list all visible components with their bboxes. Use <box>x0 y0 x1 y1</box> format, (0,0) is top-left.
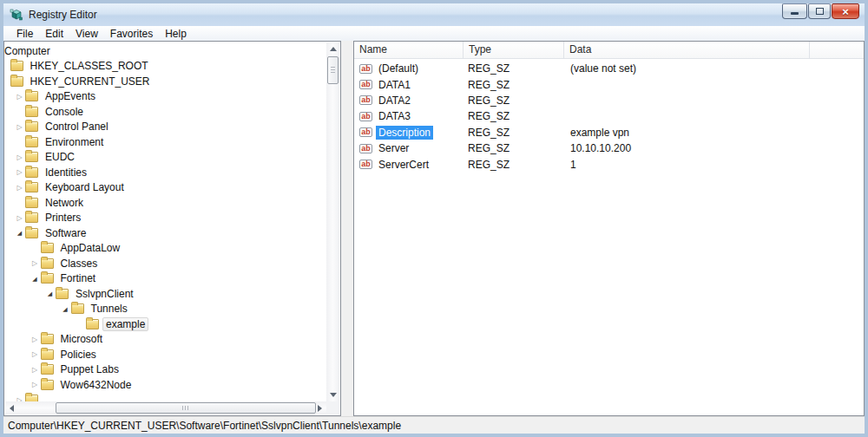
expander-icon[interactable] <box>30 334 41 345</box>
tree-item-policies[interactable]: Policies <box>4 347 326 362</box>
close-button[interactable]: × <box>832 3 859 19</box>
tree-item-label: AppEvents <box>42 89 99 103</box>
tree-item-printers[interactable]: Printers <box>4 211 326 226</box>
expander-icon[interactable] <box>14 182 25 193</box>
expander-icon[interactable] <box>30 349 41 360</box>
value-row--default-[interactable]: ab (Default) REG_SZ (value not set) <box>354 61 864 76</box>
scroll-down-icon[interactable] <box>326 388 339 401</box>
status-bar: Computer\HKEY_CURRENT_USER\Software\Fort… <box>3 416 865 434</box>
tree-item-appdatalow[interactable]: AppDataLow <box>4 241 326 257</box>
tree-item-hkey-current-user[interactable]: HKEY_CURRENT_USER <box>4 74 326 89</box>
tree-item-sslvpnclient[interactable]: SslvpnClient <box>4 286 326 302</box>
expander-icon[interactable] <box>30 364 41 375</box>
value-name-label: (Default) <box>376 62 421 75</box>
value-row-data1[interactable]: ab DATA1 REG_SZ <box>354 76 864 92</box>
folder-icon <box>25 152 38 162</box>
menu-item-edit[interactable]: Edit <box>39 27 69 41</box>
value-name-cell: ab ServerCert <box>354 158 464 172</box>
folder-icon <box>25 228 38 238</box>
expander-icon[interactable] <box>14 395 25 401</box>
tree-item-classes[interactable]: Classes <box>4 256 326 271</box>
folder-icon <box>41 334 54 344</box>
tree-vertical-scrollbar[interactable] <box>326 42 339 401</box>
tree-item-environment[interactable]: Environment <box>4 134 326 150</box>
value-name-label: DATA2 <box>376 94 413 108</box>
expander-icon[interactable] <box>44 288 56 299</box>
tree-item-network[interactable]: Network <box>4 195 326 211</box>
tree-item-label: Identities <box>42 166 90 179</box>
tree-item-wow6432node[interactable]: Wow6432Node <box>4 377 326 393</box>
value-row-data3[interactable]: ab DATA3 REG_SZ <box>354 108 864 124</box>
tree-item-label: Software <box>42 226 89 240</box>
tree-item-label <box>42 399 49 401</box>
tree-item-puppet-labs[interactable]: Puppet Labs <box>4 362 326 378</box>
expander-icon[interactable] <box>30 379 41 390</box>
tree-item-computer[interactable]: Computer <box>4 43 326 59</box>
tree-item-label: Tunnels <box>88 302 131 316</box>
value-data-cell: 10.10.10.200 <box>564 142 864 154</box>
tree-item[interactable] <box>4 393 326 402</box>
tree-item-appevents[interactable]: AppEvents <box>4 89 326 105</box>
value-data-cell: 1 <box>564 159 864 171</box>
vertical-scroll-thumb[interactable] <box>327 56 339 84</box>
value-row-servercert[interactable]: ab ServerCert REG_SZ 1 <box>354 156 864 172</box>
expander-icon[interactable] <box>30 258 41 269</box>
expander-icon[interactable] <box>14 227 25 238</box>
column-header-filler[interactable] <box>810 42 864 58</box>
tree-item-identities[interactable]: Identities <box>4 165 326 180</box>
folder-icon <box>10 76 23 87</box>
tree-item-label: Microsoft <box>57 332 107 346</box>
pane-splitter[interactable] <box>341 41 353 416</box>
tree-item-label: Console <box>42 105 87 119</box>
tree-item-microsoft[interactable]: Microsoft <box>4 332 326 348</box>
string-value-icon: ab <box>359 160 372 169</box>
tree-item-label: HKEY_CLASSES_ROOT <box>27 59 152 73</box>
restore-button[interactable] <box>808 3 831 19</box>
menu-item-file[interactable]: File <box>10 27 39 41</box>
column-header-type[interactable]: Type <box>464 42 564 58</box>
scroll-left-icon[interactable] <box>5 401 18 414</box>
minimize-button[interactable] <box>782 3 807 19</box>
tree-item-control-panel[interactable]: Control Panel <box>4 120 326 135</box>
menu-item-favorites[interactable]: Favorites <box>104 27 159 41</box>
value-name-cell: ab (Default) <box>354 62 464 75</box>
tree-item-label: Computer <box>4 44 54 58</box>
value-row-description[interactable]: ab Description REG_SZ example vpn <box>354 125 864 140</box>
folder-icon <box>86 319 99 329</box>
tree-item-fortinet[interactable]: Fortinet <box>4 271 326 287</box>
menu-item-help[interactable]: Help <box>159 27 193 41</box>
value-row-server[interactable]: ab Server REG_SZ 10.10.10.200 <box>354 140 864 156</box>
tree-item-example[interactable]: example <box>4 316 326 332</box>
expander-icon[interactable] <box>30 273 41 284</box>
scroll-right-icon[interactable] <box>313 401 326 414</box>
column-header-data[interactable]: Data <box>564 42 810 58</box>
expander-icon[interactable] <box>60 303 71 315</box>
tree-item-console[interactable]: Console <box>4 104 326 120</box>
folder-icon <box>41 258 54 269</box>
expander-icon[interactable] <box>14 152 25 163</box>
tree-item-software[interactable]: Software <box>4 225 326 241</box>
expander-icon[interactable] <box>14 91 25 102</box>
menu-item-view[interactable]: View <box>69 27 104 41</box>
expander-icon[interactable] <box>14 121 25 133</box>
expander-icon[interactable] <box>14 166 25 178</box>
string-value-icon: ab <box>359 112 372 121</box>
value-data-cell: (value not set) <box>564 62 864 75</box>
expander-icon[interactable] <box>14 212 25 224</box>
folder-icon <box>41 349 54 360</box>
tree-horizontal-scrollbar[interactable] <box>5 401 326 414</box>
folder-icon <box>25 121 38 132</box>
scroll-up-icon[interactable] <box>326 42 339 55</box>
column-header-name[interactable]: Name <box>354 42 464 58</box>
folder-icon <box>41 273 54 284</box>
value-name-label: ServerCert <box>376 158 431 172</box>
tree-item-eudc[interactable]: EUDC <box>4 150 326 166</box>
horizontal-scroll-thumb[interactable] <box>56 402 316 414</box>
string-value-icon: ab <box>359 95 372 105</box>
tree-item-hkey-classes-root[interactable]: HKEY_CLASSES_ROOT <box>4 59 326 75</box>
tree-item-tunnels[interactable]: Tunnels <box>4 302 326 317</box>
folder-icon <box>25 198 38 208</box>
title-bar[interactable]: Registry Editor × <box>3 3 865 26</box>
tree-item-keyboard-layout[interactable]: Keyboard Layout <box>4 180 326 196</box>
value-row-data2[interactable]: ab DATA2 REG_SZ <box>354 93 864 108</box>
